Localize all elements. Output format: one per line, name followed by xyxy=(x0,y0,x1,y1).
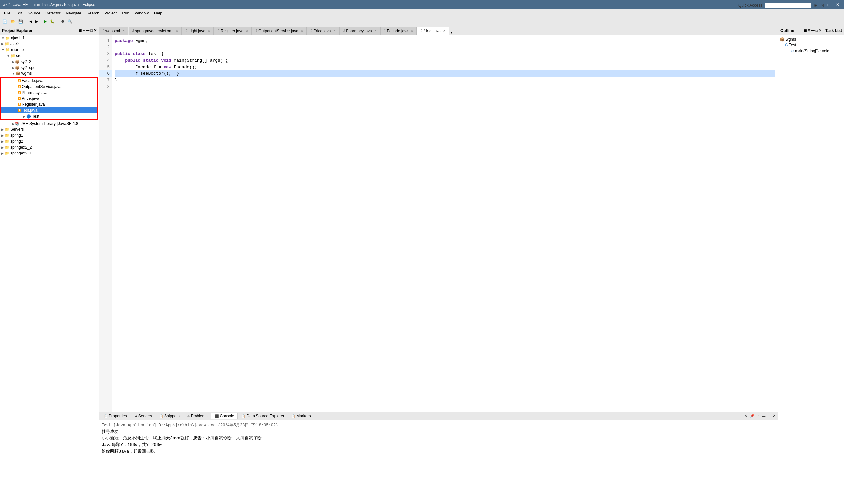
pe-item-JRE[interactable]: ▶📚JRE System Library [JavaSE-1.8] xyxy=(0,121,99,126)
bottom-tab-properties[interactable]: 📋Properties xyxy=(100,413,131,419)
pe-item-Test[interactable]: ▶🔵Test xyxy=(1,113,97,119)
outline-max[interactable]: □ xyxy=(816,29,817,32)
task-list-title: Task List xyxy=(825,28,842,33)
tab-Light.java[interactable]: J Light.java × xyxy=(182,27,214,35)
code-editor[interactable]: 12345678 package wgms;public class Test … xyxy=(99,35,778,412)
tab-close-Register.java[interactable]: × xyxy=(246,29,248,33)
console-max-icon[interactable]: □ xyxy=(767,414,771,418)
menu-file[interactable]: File xyxy=(1,10,13,16)
project-explorer-title: Project Explorer xyxy=(2,28,33,33)
tab-web.xml[interactable]: J web.xml × xyxy=(99,27,128,35)
quick-access-icon2[interactable]: ⊡ xyxy=(820,3,824,8)
pe-item-springex3_1[interactable]: ▶📁springex3_1 xyxy=(0,150,99,156)
tab-Facade.java[interactable]: J Facade.java × xyxy=(380,27,417,35)
pe-item-ajax1_1[interactable]: ▼📁ajax1_1 xyxy=(0,35,99,41)
menu-refactor[interactable]: Refactor xyxy=(43,10,63,16)
bottom-tab-console[interactable]: ⬛Console xyxy=(211,413,238,419)
pe-maximize[interactable]: □ xyxy=(90,28,93,33)
tab-close-Facade.java[interactable]: × xyxy=(411,29,413,33)
menu-help[interactable]: Help xyxy=(151,10,165,16)
line-numbers: 12345678 xyxy=(99,35,112,412)
bottom-tab-markers[interactable]: 📋Markers xyxy=(288,413,314,419)
bottom-tab-snippets[interactable]: 📋Snippets xyxy=(156,413,183,419)
editor-max-icon[interactable]: □ xyxy=(773,31,777,35)
toolbar-back[interactable]: ◀ xyxy=(28,19,33,24)
menu-search[interactable]: Search xyxy=(84,10,102,16)
tab-label-Light.java: Light.java xyxy=(189,29,205,33)
toolbar-new[interactable]: 📄 xyxy=(1,19,8,24)
pe-item-src[interactable]: ▼📁src xyxy=(0,53,99,59)
toolbar-extra1[interactable]: ⚙ xyxy=(60,19,66,24)
bottom-tab-servers[interactable]: 🖥Servers xyxy=(131,413,156,419)
title-bar: wk2 - Java EE - mian_b/src/wgms/Test.jav… xyxy=(0,0,844,9)
pe-item-Facade.java[interactable]: JFacade.java xyxy=(1,78,97,84)
toolbar-debug[interactable]: 🐛 xyxy=(49,19,56,24)
pe-item-springex2_2[interactable]: ▶📁springex2_2 xyxy=(0,144,99,150)
tab-Pharmacy.java[interactable]: J Pharmacy.java × xyxy=(339,27,380,35)
outline-min[interactable]: — xyxy=(811,29,815,32)
console-min-icon[interactable]: — xyxy=(761,414,766,418)
tab-close-Pharmacy.java[interactable]: × xyxy=(375,29,377,33)
maximize-button[interactable]: □ xyxy=(825,2,831,7)
pe-icon-2[interactable]: ≡ xyxy=(83,28,85,33)
menu-source[interactable]: Source xyxy=(25,10,43,16)
pe-item-Test.java[interactable]: JTest.java xyxy=(1,107,97,113)
tab-springmvc-servlet.xml[interactable]: J springmvc-servlet.xml × xyxy=(128,27,182,35)
pe-item-OutpatientService.java[interactable]: JOutpatientService.java xyxy=(1,84,97,90)
tab-OutpatientService.java[interactable]: J OutpatientService.java × xyxy=(252,27,307,35)
tab-close-OutpatientService.java[interactable]: × xyxy=(301,29,303,33)
pe-item-sy2_2[interactable]: ▶📦sy2_2 xyxy=(0,59,99,65)
close-button[interactable]: ✕ xyxy=(834,2,841,7)
tab-Test.java[interactable]: J *Test.java × xyxy=(417,27,449,35)
quick-access-icon1[interactable]: ⊞ xyxy=(814,3,817,8)
tab-close-web.xml[interactable]: × xyxy=(123,29,125,33)
code-content[interactable]: package wgms;public class Test { public … xyxy=(112,35,778,412)
console-scroll-icon[interactable]: ↕ xyxy=(756,414,760,418)
tab-close-Price.java[interactable]: × xyxy=(333,29,335,33)
tab-Price.java[interactable]: J Price.java × xyxy=(307,27,339,35)
tab-Register.java[interactable]: J Register.java × xyxy=(214,27,252,35)
pe-item-ajax2[interactable]: ▶📁ajax2 xyxy=(0,41,99,47)
toolbar-forward[interactable]: ▶ xyxy=(34,19,39,24)
console-close-icon[interactable]: ✕ xyxy=(772,413,777,418)
toolbar-extra2[interactable]: 🔍 xyxy=(66,19,73,24)
quick-access-input[interactable] xyxy=(765,3,811,8)
bottom-tab-datasource[interactable]: 📋Data Source Explorer xyxy=(238,413,288,419)
menu-window[interactable]: Window xyxy=(132,10,151,16)
outline-icon2[interactable]: ▽ xyxy=(808,29,810,32)
menu-edit[interactable]: Edit xyxy=(13,10,25,16)
pe-item-Register.java[interactable]: JRegister.java xyxy=(1,102,97,107)
pe-item-spring2[interactable]: ▶📁spring2 xyxy=(0,138,99,144)
menu-navigate[interactable]: Navigate xyxy=(63,10,84,16)
outline-item-wgms[interactable]: 📦 wgms xyxy=(780,36,843,42)
outline-icon1[interactable]: ⊞ xyxy=(804,29,807,32)
pe-item-sy2_spq[interactable]: ▶📦sy2_spq xyxy=(0,65,99,71)
menu-project[interactable]: Project xyxy=(102,10,119,16)
bottom-tab-problems[interactable]: ⚠Problems xyxy=(183,413,211,419)
editor-min-icon[interactable]: — xyxy=(768,31,773,35)
outline-close[interactable]: ✕ xyxy=(819,29,821,32)
pe-item-Servers[interactable]: ▶📁Servers xyxy=(0,126,99,132)
pe-icon-1[interactable]: ⊞ xyxy=(79,28,82,33)
pe-minimize[interactable]: — xyxy=(86,28,89,33)
toolbar-open[interactable]: 📂 xyxy=(9,19,16,24)
pe-item-mian_b[interactable]: ▼📁mian_b xyxy=(0,47,99,53)
pe-label-Test: Test xyxy=(32,114,39,119)
toolbar-run[interactable]: ▶ xyxy=(43,19,48,24)
pe-close[interactable]: ✕ xyxy=(93,28,97,33)
pe-item-wgms[interactable]: ▼📦wgms xyxy=(0,71,99,76)
console-clear-icon[interactable]: ✕ xyxy=(743,413,748,418)
tab-close-Light.java[interactable]: × xyxy=(208,29,210,33)
outline-item-Test[interactable]: C Test xyxy=(780,42,843,48)
outline-item-main[interactable]: ⚙ main(String[]) : void xyxy=(780,48,843,54)
console-pin-icon[interactable]: 📌 xyxy=(749,413,756,418)
pe-item-Price.java[interactable]: JPrice.java xyxy=(1,95,97,102)
tab-close-Test.java[interactable]: × xyxy=(444,29,445,33)
toolbar-save[interactable]: 💾 xyxy=(17,19,24,24)
pe-item-Pharmacy.java[interactable]: JPharmacy.java xyxy=(1,90,97,95)
tab-view-menu[interactable]: ▾ xyxy=(451,30,453,35)
tab-close-springmvc-servlet.xml[interactable]: × xyxy=(176,29,178,33)
console-header: Test [Java Application] D:\App\jre\bin\j… xyxy=(102,422,775,429)
pe-item-spring1[interactable]: ▶📁spring1 xyxy=(0,132,99,138)
menu-run[interactable]: Run xyxy=(119,10,132,16)
